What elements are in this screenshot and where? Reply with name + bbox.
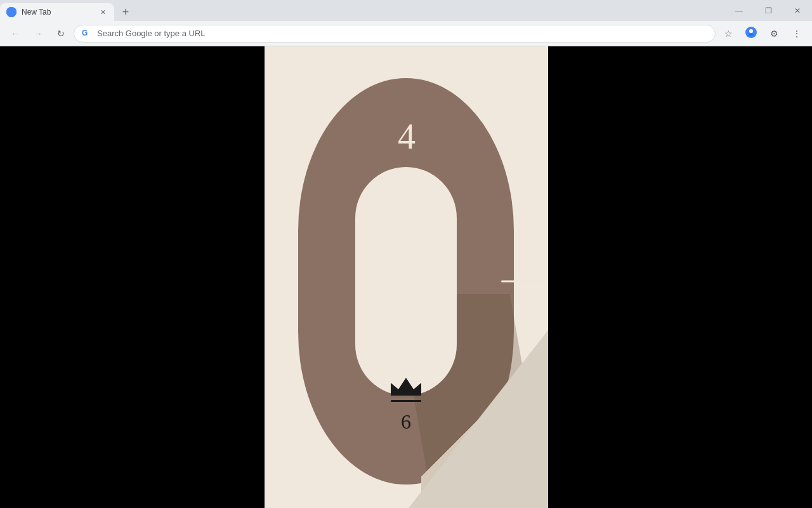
new-tab-button[interactable]: + <box>117 3 134 21</box>
tab-close-button[interactable]: ✕ <box>98 7 108 17</box>
minimize-icon: — <box>735 6 743 15</box>
minimize-button[interactable]: — <box>724 0 754 21</box>
maximize-button[interactable]: ❐ <box>754 0 783 21</box>
toolbar-icons: ☆ ⚙ ⋮ <box>718 23 807 44</box>
reload-icon: ↻ <box>57 29 65 39</box>
extensions-button[interactable]: ⚙ <box>764 23 784 44</box>
address-bar-row: ← → ↻ G Search Google or type a URL ☆ <box>0 21 812 46</box>
tab-favicon <box>6 7 16 17</box>
forward-button[interactable]: → <box>28 23 48 44</box>
new-tab-icon: + <box>122 6 129 19</box>
active-tab[interactable]: New Tab ✕ <box>0 3 114 21</box>
bookmark-button[interactable]: ☆ <box>718 23 738 44</box>
shadow-overlay <box>409 330 548 508</box>
back-button[interactable]: ← <box>5 23 25 44</box>
menu-button[interactable]: ⋮ <box>787 23 807 44</box>
dash-line <box>501 281 548 283</box>
browser-frame: New Tab ✕ + — ❐ ✕ ← → ↻ G <box>0 0 812 508</box>
address-bar[interactable]: G Search Google or type a URL <box>74 25 716 43</box>
close-button[interactable]: ✕ <box>783 0 812 21</box>
forward-icon: → <box>34 29 43 39</box>
svg-point-2 <box>749 29 753 33</box>
bookmark-icon: ☆ <box>724 29 733 39</box>
tab-title: New Tab <box>22 8 93 17</box>
game-viewport: 4 6 <box>265 46 548 508</box>
google-logo: G <box>82 29 92 39</box>
window-controls: — ❐ ✕ <box>724 0 812 21</box>
profile-icon <box>745 26 757 41</box>
profile-button[interactable] <box>741 23 761 44</box>
address-text: Search Google or type a URL <box>97 29 707 38</box>
back-icon: ← <box>11 29 20 39</box>
svg-point-0 <box>6 7 16 17</box>
number-top: 4 <box>398 116 414 157</box>
maximize-icon: ❐ <box>765 6 772 15</box>
browser-content: 4 6 <box>0 46 812 508</box>
tab-bar: New Tab ✕ + — ❐ ✕ <box>0 0 812 21</box>
menu-icon: ⋮ <box>792 29 801 39</box>
extensions-icon: ⚙ <box>770 29 778 39</box>
reload-button[interactable]: ↻ <box>51 23 71 44</box>
close-icon: ✕ <box>794 6 801 15</box>
